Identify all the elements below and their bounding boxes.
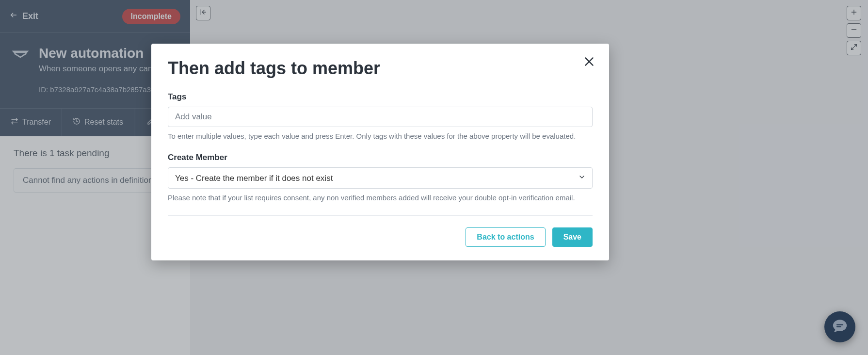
svg-rect-14 — [836, 324, 843, 325]
create-member-select[interactable]: Yes - Create the member if it does not e… — [168, 167, 593, 189]
chat-icon — [832, 318, 848, 336]
svg-rect-15 — [836, 326, 841, 327]
create-member-helper-text: Please note that if your list requires c… — [168, 194, 593, 202]
modal-footer: Back to actions Save — [168, 227, 593, 247]
create-member-label: Create Member — [168, 153, 593, 162]
tags-helper-text: To enter multiple values, type each valu… — [168, 132, 593, 140]
tags-label: Tags — [168, 92, 593, 102]
modal-title: Then add tags to member — [168, 58, 593, 79]
save-button[interactable]: Save — [552, 227, 593, 247]
chat-fab[interactable] — [824, 311, 855, 342]
add-tags-modal: Then add tags to member Tags To enter mu… — [151, 44, 609, 260]
close-icon — [583, 61, 595, 69]
tags-input[interactable] — [168, 107, 593, 127]
back-to-actions-button[interactable]: Back to actions — [466, 227, 545, 247]
modal-divider — [168, 215, 593, 216]
modal-close-button[interactable] — [583, 55, 595, 70]
